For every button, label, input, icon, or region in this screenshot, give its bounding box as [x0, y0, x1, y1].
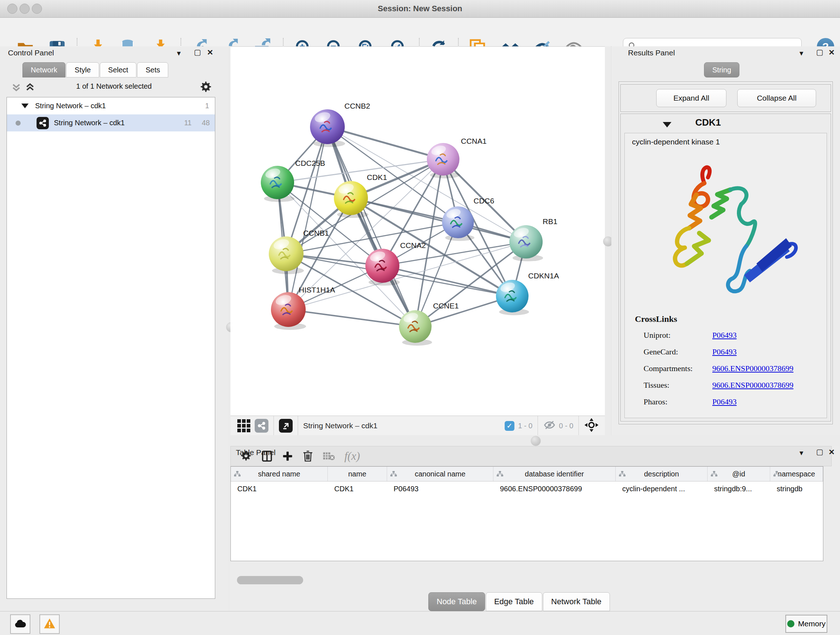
function-builder-icon[interactable]: f(x) [344, 450, 360, 463]
panel-close-icon[interactable]: ✕ [207, 49, 213, 56]
hidden-eye-slash-icon [543, 418, 556, 433]
table-tabs: Node TableEdge TableNetwork Table [428, 592, 611, 611]
results-panel: Results Panel ▾ ▢ ✕ String Expand All Co… [611, 46, 840, 435]
horizontal-splitter[interactable] [231, 435, 840, 446]
network-canvas[interactable]: CCNB2CCNA1CDC25BCDK1CDC6RB1CCNB1CCNA2CDK… [231, 46, 605, 416]
network-row[interactable]: String Network – cdk1 11 48 [7, 114, 215, 131]
network-count: 1 [205, 102, 209, 110]
column-header-namespace[interactable]: namespace [770, 467, 823, 481]
column-label: name [348, 470, 366, 478]
shared-column-icon [234, 470, 241, 477]
network-selection-summary: 1 of 1 Network selected [0, 82, 228, 90]
column-header-canonicalname[interactable]: canonical name [387, 467, 493, 481]
crosslink-label: GeneCard: [644, 347, 678, 356]
network-graph[interactable]: CCNB2CCNA1CDC25BCDK1CDC6RB1CCNB1CCNA2CDK… [231, 47, 605, 416]
column-header-name[interactable]: name [328, 467, 387, 481]
table-cell[interactable]: P06493 [387, 481, 493, 496]
crosslink-value[interactable]: P06493 [712, 347, 737, 356]
gene-details: cyclin-dependent kinase 1 [624, 133, 827, 418]
tab-sets[interactable]: Sets [137, 62, 168, 78]
node-table: shared namenamecanonical namedatabase id… [231, 466, 823, 561]
node-count: 11 [184, 119, 192, 127]
vertical-splitter-right[interactable] [605, 46, 611, 435]
gene-collapse-triangle-icon[interactable] [663, 122, 671, 127]
gene-description: cyclin-dependent kinase 1 [632, 138, 720, 146]
tab-edge-table[interactable]: Edge Table [486, 592, 542, 611]
splitter-handle[interactable] [531, 436, 541, 446]
gear-icon[interactable] [200, 81, 212, 95]
column-label: shared name [258, 470, 300, 478]
table-horizontal-scrollbar[interactable] [237, 576, 303, 584]
table-row[interactable]: CDK1CDK1P064939606.ENSP00000378699cyclin… [231, 481, 823, 496]
shared-column-icon [496, 470, 504, 477]
main-toolbar: ? [0, 18, 840, 47]
table-cell[interactable]: 9606.ENSP00000378699 [493, 481, 616, 496]
warnings-button[interactable] [39, 614, 60, 634]
selected-count: 1 - 0 [518, 422, 532, 430]
node-label-CCNB2: CCNB2 [344, 102, 370, 110]
network-icon [36, 117, 49, 129]
cloud-button[interactable] [10, 614, 30, 634]
warning-icon [44, 618, 55, 630]
status-bar: Memory [0, 611, 840, 635]
expand-collapse-box: Expand All Collapse All [621, 84, 831, 112]
node-label-CCNE1: CCNE1 [433, 302, 459, 310]
table-panel-title: Table Panel [236, 448, 276, 457]
panel-float-icon[interactable]: ▢ [816, 448, 823, 455]
network-collection-row[interactable]: String Network – cdk1 1 [7, 97, 215, 114]
tree-expand-triangle-icon[interactable] [21, 103, 28, 108]
table-toolbar: f(x) [231, 446, 832, 466]
expand-all-button[interactable]: Expand All [656, 89, 726, 107]
memory-button[interactable]: Memory [785, 615, 827, 633]
crosslink-value[interactable]: 9606.ENSP00000378699 [712, 380, 793, 390]
add-column-icon[interactable] [282, 451, 293, 462]
collapse-all-button[interactable]: Collapse All [737, 89, 816, 107]
network-edge-HIST1H1A-CCNE1[interactable] [288, 310, 415, 326]
column-header-id[interactable]: @id [707, 467, 770, 481]
footer-separator [538, 416, 538, 435]
open-in-window-icon[interactable] [279, 419, 293, 432]
table-panel: Table Panel ▾ ▢ ✕ f(x) shared namenameca… [231, 446, 840, 611]
control-panel: Control Panel ▾ ▢ ✕ NetworkStyleSelectSe… [0, 46, 228, 611]
table-cell[interactable]: stringdb [770, 481, 823, 496]
delete-column-icon[interactable] [302, 450, 313, 462]
cloud-icon [14, 619, 27, 630]
delete-table-icon[interactable] [323, 451, 335, 462]
column-header-sharedname[interactable]: shared name [231, 467, 328, 481]
share-view-icon[interactable] [255, 419, 268, 432]
panel-float-icon[interactable]: ▢ [816, 48, 823, 56]
grid-view-icon[interactable] [237, 419, 250, 432]
column-header-databaseidentifier[interactable]: database identifier [493, 467, 616, 481]
crosslink-value[interactable]: 9606.ENSP00000378699 [712, 364, 793, 373]
current-network-name: String Network – cdk1 [303, 421, 377, 430]
title-bar: Session: New Session [0, 0, 840, 18]
panel-menu-icon[interactable]: ▾ [177, 49, 181, 57]
tab-string[interactable]: String [704, 62, 739, 78]
panel-float-icon[interactable]: ▢ [194, 48, 201, 56]
panel-menu-icon[interactable]: ▾ [799, 49, 804, 57]
network-edge-CDK1-RB1[interactable] [351, 198, 526, 242]
panel-menu-icon[interactable]: ▾ [799, 449, 804, 456]
node-label-CDC6: CDC6 [474, 196, 494, 205]
crosslink-value[interactable]: P06493 [712, 397, 737, 407]
column-header-description[interactable]: description [616, 467, 707, 481]
shared-column-icon [390, 470, 397, 477]
table-cell[interactable]: CDK1 [231, 481, 328, 496]
panel-close-icon[interactable]: ✕ [829, 448, 835, 456]
memory-label: Memory [798, 619, 826, 628]
network-status-dot [16, 120, 21, 126]
table-cell[interactable]: CDK1 [328, 481, 387, 496]
tab-node-table[interactable]: Node Table [428, 592, 485, 611]
table-cell[interactable]: cyclin-dependent ... [616, 481, 707, 496]
crosslink-value[interactable]: P06493 [712, 331, 737, 340]
tab-select[interactable]: Select [100, 62, 137, 78]
panel-close-icon[interactable]: ✕ [829, 49, 835, 56]
network-edge-CCNB2-CCNE1[interactable] [327, 127, 415, 326]
table-cell[interactable]: stringdb:9... [707, 481, 770, 496]
birdseye-icon[interactable] [584, 417, 599, 434]
tab-network[interactable]: Network [22, 62, 65, 78]
tab-network-table[interactable]: Network Table [543, 592, 610, 611]
selected-checkbox[interactable]: ✓ [505, 421, 515, 431]
crosslink-label: Pharos: [644, 397, 668, 407]
tab-style[interactable]: Style [66, 62, 99, 78]
